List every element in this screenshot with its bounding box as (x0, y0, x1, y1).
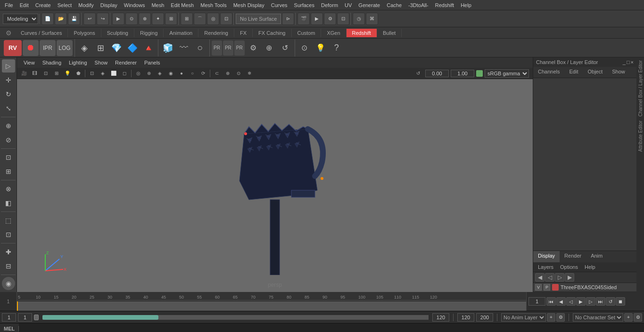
vp-grid-btn[interactable]: ⊞ (51, 69, 62, 78)
menu-3dtool[interactable]: -3DtoAll- (405, 1, 431, 9)
tab-bullet[interactable]: Bullet (377, 29, 402, 37)
undo-btn[interactable]: ↩ (83, 13, 96, 25)
rs-pr3-btn[interactable]: PR (234, 40, 245, 56)
rs-refresh-btn[interactable]: ↺ (278, 40, 293, 56)
tab-custom[interactable]: Custom (292, 29, 322, 37)
vp-coord-input[interactable] (425, 70, 449, 77)
timeline-ruler[interactable]: 5 10 15 20 25 30 35 40 45 50 55 60 65 70… (17, 292, 526, 301)
menu-help[interactable]: Help (458, 1, 474, 9)
universal-manip-btn[interactable]: ⊕ (2, 119, 15, 132)
region-select-btn[interactable]: ⬚ (2, 214, 15, 227)
vp-pivot-btn[interactable]: ⊕ (223, 69, 233, 78)
lasso-btn[interactable]: ⊙ (125, 13, 138, 25)
rs-cube-btn[interactable]: 🧊 (160, 40, 175, 56)
transform-btn[interactable]: ⊞ (165, 13, 177, 25)
next-frame-btn[interactable]: ▷ (586, 297, 595, 306)
menu-modify[interactable]: Modify (75, 1, 96, 9)
vp-shading-icon[interactable]: ⬟ (73, 69, 83, 78)
range-handle-left[interactable] (34, 315, 39, 320)
vp-material-btn[interactable]: ◈ (155, 69, 165, 78)
menu-curves[interactable]: Curves (268, 1, 290, 9)
mel-label[interactable]: MEL (0, 326, 19, 332)
rs-ipr-btn[interactable]: IPR (40, 40, 56, 56)
menu-file[interactable]: File (2, 1, 16, 9)
edit-tab[interactable]: Edit (564, 67, 583, 78)
vp-wireframe-btn[interactable]: ⊡ (87, 69, 97, 78)
render-settings-btn[interactable]: ⚙ (324, 13, 336, 25)
vp-ao-btn[interactable]: ○ (187, 69, 198, 78)
vp-reset-btn[interactable]: ↺ (413, 69, 423, 78)
play-back-btn[interactable]: ◁ (566, 297, 576, 306)
layer-prev-btn[interactable]: ◀ (535, 273, 545, 282)
rs-log-btn[interactable]: LOG (57, 40, 73, 56)
channels-tab[interactable]: Channels (533, 67, 564, 78)
rs-help-btn[interactable]: ? (329, 40, 344, 56)
open-file-btn[interactable]: 📂 (55, 13, 67, 25)
tab-polygons[interactable]: Polygons (68, 29, 101, 37)
select-tool-btn[interactable]: ▷ (2, 59, 15, 73)
soft-select-btn[interactable]: ⊘ (2, 133, 15, 146)
object-tab[interactable]: Object (583, 67, 607, 78)
layers-menu-item[interactable]: Layers (535, 263, 556, 271)
cb-minimize-btn[interactable]: _ (623, 59, 626, 65)
cb-close-btn[interactable]: × (631, 59, 634, 65)
menu-surfaces[interactable]: Surfaces (291, 1, 317, 9)
vp-freeze-btn[interactable]: ❄ (244, 69, 255, 78)
scale-tool-btn[interactable]: ⤡ (2, 102, 15, 115)
render-view-btn[interactable]: ⊡ (337, 13, 349, 25)
vp-safe-btn[interactable]: ⊡ (41, 69, 51, 78)
layer-color-swatch[interactable] (552, 284, 559, 291)
vp-isolate-btn[interactable]: ⊂ (212, 69, 222, 78)
prev-frame-btn[interactable]: ◀ (556, 297, 566, 306)
rs-light-btn[interactable]: 💡 (313, 40, 328, 56)
vp-ambient-btn[interactable]: ◉ (165, 69, 176, 78)
vp-scale-input[interactable] (451, 70, 474, 77)
mel-input[interactable] (19, 324, 644, 332)
vp-panels-menu[interactable]: Panels (141, 59, 163, 66)
menu-cache[interactable]: Cache (384, 1, 405, 9)
timeline-playback-bar[interactable] (17, 301, 526, 311)
layer-p-toggle[interactable]: P (544, 284, 550, 291)
snap-view-btn[interactable]: ⊡ (220, 13, 232, 25)
rs-aov-btn[interactable]: ⊕ (262, 40, 277, 56)
rs-cylinder-btn[interactable]: 🔷 (125, 40, 140, 56)
tab-fx-caching[interactable]: FX Caching (253, 29, 291, 37)
rs-circle-btn[interactable]: ○ (192, 40, 207, 56)
menu-windows[interactable]: Windows (121, 1, 148, 9)
loop-btn[interactable]: ↺ (606, 297, 615, 306)
vp-shadow-btn[interactable]: ● (176, 69, 187, 78)
misc-btn1[interactable]: ◷ (353, 13, 365, 25)
rs-sphere-btn[interactable]: 💎 (109, 40, 124, 56)
layer-v-toggle[interactable]: V (535, 284, 542, 291)
rs-mesh-btn[interactable]: ◈ (77, 40, 92, 56)
tab-rendering[interactable]: Rendering (198, 29, 234, 37)
menu-select[interactable]: Select (55, 1, 75, 9)
layer-next-btn[interactable]: ▷ (555, 273, 564, 282)
menu-edit-mesh[interactable]: Edit Mesh (168, 1, 197, 9)
menu-display[interactable]: Display (98, 1, 120, 9)
channel-box-sidebar-label[interactable]: Channel Box / Layer Editor (638, 58, 643, 119)
cb-maximize-btn[interactable]: □ (627, 59, 630, 65)
workspace-select[interactable]: Modeling (3, 14, 38, 24)
snap-btn[interactable]: ✦ (152, 13, 164, 25)
rs-record-btn[interactable]: ⏺ (23, 40, 39, 56)
goto-end-btn[interactable]: ⏭ (596, 297, 605, 306)
tab-redshift[interactable]: Redshift (347, 29, 377, 37)
menu-create[interactable]: Create (33, 1, 54, 9)
vp-bounding-btn[interactable]: ◻ (119, 69, 130, 78)
vp-flat-btn[interactable]: ⬜ (108, 69, 119, 78)
play-fwd-btn[interactable]: ▶ (576, 297, 586, 306)
save-file-btn[interactable]: 💾 (68, 13, 80, 25)
vp-shading-menu[interactable]: Shading (40, 59, 64, 66)
stop-btn[interactable]: ⏹ (616, 297, 625, 306)
help-menu-item[interactable]: Help (582, 263, 598, 271)
vp-camera-btn[interactable]: 🎥 (19, 69, 29, 78)
menu-mesh-tools[interactable]: Mesh Tools (198, 1, 229, 9)
redshift-light-btn[interactable]: ◉ (2, 277, 15, 290)
timeline-ruler-area[interactable]: 5 10 15 20 25 30 35 40 45 50 55 60 65 70… (17, 292, 526, 311)
max-frame-input[interactable] (476, 313, 493, 322)
attribute-editor-label[interactable]: Attribute Editor (638, 119, 643, 154)
gamma-select[interactable]: sRGB gamma (485, 69, 529, 78)
tab-rigging[interactable]: Rigging (134, 29, 164, 37)
current-frame-input[interactable] (528, 297, 545, 306)
